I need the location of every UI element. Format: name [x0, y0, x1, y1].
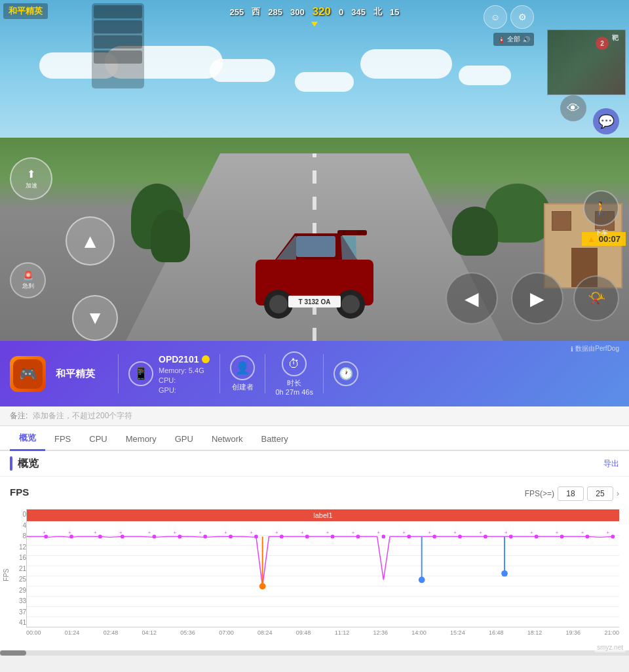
fps-threshold-input-2[interactable] [587, 486, 613, 501]
svg-point-30 [178, 534, 181, 538]
svg-text:+: + [199, 530, 202, 536]
fps-more-icon[interactable]: › [617, 489, 619, 498]
chart-scrollbar[interactable] [0, 650, 629, 656]
chat-icon[interactable]: 💬 [593, 108, 619, 134]
svg-text:+: + [403, 530, 406, 536]
svg-text:+: + [453, 530, 457, 536]
svg-point-34 [280, 534, 284, 538]
svg-text:+: + [326, 530, 330, 536]
fps-y-axis: 41 37 33 29 25 21 16 12 8 4 0 [10, 509, 26, 627]
svg-point-46 [585, 534, 589, 538]
svg-point-41 [458, 534, 462, 538]
svg-point-45 [560, 534, 564, 538]
svg-text:+: + [250, 530, 253, 536]
svg-point-36 [331, 534, 335, 538]
game-title: 和平精英 [3, 3, 48, 19]
minimap-label: 靶 [612, 33, 619, 43]
brake-button[interactable]: 🚨 急刹 [10, 262, 46, 298]
accelerate-button[interactable]: ⬆ 加速 [10, 157, 52, 200]
cloud-4 [295, 72, 354, 92]
svg-text:+: + [377, 530, 381, 536]
exit-car-button[interactable]: 🚶 下车 [583, 190, 619, 237]
svg-text:+: + [581, 530, 584, 536]
duration-section: ⏱ 时长 0h 27m 46s [275, 351, 313, 396]
history-section: 🕐 [334, 361, 358, 386]
svg-point-43 [509, 534, 513, 538]
turn-left-button[interactable]: ◀ [446, 272, 498, 325]
cloud-5 [360, 49, 452, 79]
creator-label: 创建者 [232, 382, 254, 392]
fps-chart-wrapper: 41 37 33 29 25 21 16 12 8 4 0 FPS label1 [10, 509, 619, 641]
svg-point-27 [98, 534, 102, 538]
svg-text:+: + [148, 530, 151, 536]
device-info: OPD2101 Memory: 5.4G CPU: GPU: [159, 354, 210, 394]
app-name-label: 和平精英 [56, 368, 108, 380]
backward-button[interactable]: ▼ [72, 295, 118, 341]
forward-button[interactable]: ▲ [66, 216, 115, 266]
svg-text:+: + [119, 530, 123, 536]
duration-icon: ⏱ [282, 351, 307, 376]
svg-text:+: + [43, 530, 46, 536]
export-button[interactable]: 导出 [603, 458, 619, 469]
creator-icon: 👤 [230, 355, 255, 380]
fps-chart-area: label1 [26, 509, 619, 627]
divider-2 [219, 354, 220, 393]
horn-button[interactable]: 📯 [573, 275, 619, 321]
tab-cpu[interactable]: CPU [80, 429, 116, 451]
memory-detail: Memory: 5.4G [159, 366, 210, 374]
svg-rect-2 [296, 236, 335, 257]
svg-rect-11 [337, 230, 367, 235]
left-panel-row-3 [94, 35, 142, 49]
notes-bar: 备注: 添加备注，不超过200个字符 [0, 406, 629, 426]
left-panel [92, 3, 144, 89]
tree-left-2 [151, 210, 190, 262]
minimap: 靶 2 [547, 30, 626, 95]
tab-overview[interactable]: 概览 [10, 427, 45, 451]
svg-text:+: + [68, 530, 71, 536]
device-status-badge [202, 355, 210, 363]
building-window [552, 211, 571, 231]
fps-chart-title: FPS [10, 486, 29, 498]
svg-text:+: + [479, 530, 482, 536]
svg-point-29 [152, 534, 156, 538]
svg-marker-3 [276, 236, 296, 260]
tab-network[interactable]: Network [202, 429, 252, 451]
settings-icon[interactable]: ⚙ [510, 5, 534, 29]
svg-point-38 [381, 534, 385, 538]
divider-1 [118, 354, 119, 393]
device-section: 📱 OPD2101 Memory: 5.4G CPU: GPU: [128, 354, 210, 394]
svg-text:+: + [275, 530, 278, 536]
car-sprite: T 3132 OA [242, 214, 387, 321]
left-panel-row-1 [94, 5, 142, 18]
app-icon: 🎮 [10, 356, 46, 392]
smiley-icon[interactable]: ☺ [484, 5, 507, 29]
creator-section: 👤 创建者 [230, 355, 255, 392]
fps-threshold-input-1[interactable] [558, 486, 584, 501]
eye-icon[interactable]: 👁 [560, 95, 586, 121]
svg-text:+: + [428, 530, 431, 536]
cloud-6 [459, 66, 511, 85]
svg-marker-4 [341, 236, 356, 260]
tab-gpu[interactable]: GPU [166, 429, 202, 451]
svg-text:+: + [530, 530, 533, 536]
app-info-bar: 🎮 和平精英 📱 OPD2101 Memory: 5.4G CPU: GPU: [0, 341, 629, 406]
scrollbar-thumb[interactable] [0, 650, 26, 656]
tab-battery[interactable]: Battery [252, 429, 297, 451]
overview-section: 概览 导出 [0, 451, 629, 477]
fps-threshold-label: FPS(>=) [525, 489, 554, 498]
svg-text:🎮: 🎮 [19, 365, 37, 383]
turn-right-button[interactable]: ▶ [511, 272, 563, 325]
tab-fps[interactable]: FPS [45, 429, 80, 451]
left-panel-row-4 [94, 50, 142, 64]
tab-bar: 概览 FPS CPU Memory GPU Network Battery [0, 426, 629, 451]
svg-point-33 [254, 534, 258, 538]
game-area: T 3132 OA 和平精英 255 西 285 300 320 0 345 北… [0, 0, 629, 341]
divider-4 [323, 354, 324, 393]
tab-memory[interactable]: Memory [117, 429, 166, 451]
svg-text:T 3132 OA: T 3132 OA [299, 298, 331, 306]
svg-text:+: + [556, 530, 559, 536]
duration-label: 时长 [287, 378, 301, 388]
svg-point-39 [407, 534, 411, 538]
svg-point-42 [484, 534, 487, 538]
section-accent-bar [10, 456, 12, 471]
